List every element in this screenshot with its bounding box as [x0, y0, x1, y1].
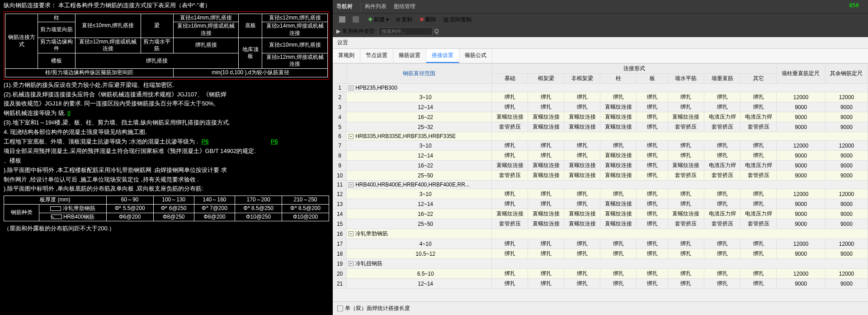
lenb-cell[interactable]: 9000	[825, 151, 868, 161]
lena-cell[interactable]: 9000	[777, 122, 826, 132]
connect-cell[interactable]: 绑扎	[741, 189, 777, 199]
tab-component-list[interactable]: 构件列表	[365, 3, 387, 10]
range-cell[interactable]: 25~32	[347, 122, 492, 132]
connect-cell[interactable]: 套管挤压	[704, 171, 740, 181]
connect-cell[interactable]: 绑扎	[637, 161, 668, 171]
connect-cell[interactable]: 绑扎	[637, 92, 668, 102]
connect-cell[interactable]: 套管挤压	[668, 219, 704, 229]
lenb-cell[interactable]: 9000	[825, 219, 868, 229]
connect-cell[interactable]: 绑扎	[704, 279, 740, 289]
connect-cell[interactable]: 电渣压力焊	[704, 112, 740, 122]
lenb-cell[interactable]: 9000	[825, 122, 868, 132]
connect-cell[interactable]: 绑扎	[492, 249, 528, 259]
connect-cell[interactable]: 绑扎	[704, 239, 740, 249]
lena-cell[interactable]: 12000	[777, 269, 826, 279]
connect-cell[interactable]: 绑扎	[528, 279, 564, 289]
connect-cell[interactable]: 绑扎	[637, 141, 668, 151]
connect-cell[interactable]: 绑扎	[637, 199, 668, 209]
lena-cell[interactable]: 9000	[777, 219, 826, 229]
connect-cell[interactable]: 直螺纹连接	[600, 102, 637, 112]
range-cell[interactable]: 6.5~10	[347, 269, 492, 279]
lena-cell[interactable]: 9000	[777, 279, 826, 289]
lenb-cell[interactable]: 9000	[825, 199, 868, 209]
connect-cell[interactable]: 绑扎	[492, 239, 528, 249]
tab-lap-set[interactable]: 搭接设置	[426, 49, 459, 63]
connect-cell[interactable]: 绑扎	[637, 209, 668, 219]
lena-cell[interactable]: 12000	[777, 189, 826, 199]
connect-cell[interactable]: 绑扎	[668, 199, 704, 209]
group-name[interactable]: −HPB235,HPB300	[347, 84, 492, 92]
connect-cell[interactable]: 绑扎	[637, 171, 668, 181]
connect-cell[interactable]: 直螺纹连接	[528, 112, 564, 122]
range-cell[interactable]: 10.5~12	[347, 249, 492, 259]
connect-cell[interactable]: 直螺纹连接	[668, 112, 704, 122]
layer-copy-button[interactable]: ▤层间复制	[441, 15, 474, 24]
connect-cell[interactable]: 绑扎	[564, 102, 600, 112]
connect-cell[interactable]: 绑扎	[637, 269, 668, 279]
connect-cell[interactable]: 绑扎	[637, 122, 668, 132]
connect-cell[interactable]: 套管挤压	[741, 122, 777, 132]
tree-toggle-icon[interactable]: −	[349, 86, 354, 91]
connect-cell[interactable]: 直螺纹连接	[564, 219, 600, 229]
connect-cell[interactable]: 直螺纹连接	[528, 122, 564, 132]
connect-cell[interactable]: 绑扎	[637, 112, 668, 122]
connect-cell[interactable]: 绑扎	[528, 199, 564, 209]
connect-cell[interactable]: 套管挤压	[492, 219, 528, 229]
connect-cell[interactable]: 绑扎	[704, 92, 740, 102]
connect-cell[interactable]: 直螺纹连接	[528, 161, 564, 171]
expand-tree-icon[interactable]: ▶	[336, 28, 340, 34]
connect-cell[interactable]: 绑扎	[668, 249, 704, 259]
connect-cell[interactable]: 绑扎	[741, 151, 777, 161]
lenb-cell[interactable]: 9000	[825, 209, 868, 219]
connect-cell[interactable]: 绑扎	[492, 141, 528, 151]
connect-cell[interactable]: 绑扎	[637, 249, 668, 259]
connect-cell[interactable]: 直螺纹连接	[600, 151, 637, 161]
range-cell[interactable]: 16~22	[347, 209, 492, 219]
connect-cell[interactable]: 绑扎	[564, 141, 600, 151]
connect-cell[interactable]: 绑扎	[600, 269, 637, 279]
connect-cell[interactable]: 绑扎	[564, 151, 600, 161]
connect-cell[interactable]: 绑扎	[528, 151, 564, 161]
connect-cell[interactable]: 绑扎	[741, 102, 777, 112]
list-icon[interactable]	[350, 15, 362, 24]
connect-cell[interactable]: 绑扎	[668, 269, 704, 279]
connect-cell[interactable]: 绑扎	[564, 249, 600, 259]
connect-cell[interactable]: 绑扎	[564, 92, 600, 102]
lena-cell[interactable]: 12000	[777, 92, 826, 102]
delete-button[interactable]: ✖删除	[417, 15, 439, 24]
range-cell[interactable]: 4~10	[347, 239, 492, 249]
connect-cell[interactable]: 绑扎	[741, 92, 777, 102]
connect-cell[interactable]: 绑扎	[492, 102, 528, 112]
connect-cell[interactable]: 直螺纹连接	[528, 171, 564, 181]
lenb-cell[interactable]: 12000	[825, 141, 868, 151]
search-filter-icon[interactable]: Q	[434, 28, 439, 34]
tab-stirrup-set[interactable]: 箍筋设置	[393, 49, 426, 63]
connect-cell[interactable]: 电渣压力焊	[704, 161, 740, 171]
connect-cell[interactable]: 绑扎	[704, 269, 740, 279]
connect-cell[interactable]: 绑扎	[668, 141, 704, 151]
connect-cell[interactable]: 直螺纹连接	[564, 209, 600, 219]
connect-cell[interactable]: 绑扎	[492, 189, 528, 199]
range-cell[interactable]: 3~10	[347, 189, 492, 199]
tree-toggle-icon[interactable]: −	[349, 261, 354, 266]
range-cell[interactable]: 3~10	[347, 92, 492, 102]
group-name[interactable]: −冷轧扭钢筋	[347, 259, 492, 269]
lena-cell[interactable]: 9000	[777, 171, 826, 181]
connect-cell[interactable]: 直螺纹连接	[528, 219, 564, 229]
connect-cell[interactable]: 绑扎	[492, 279, 528, 289]
connect-cell[interactable]: 直螺纹连接	[668, 161, 704, 171]
lena-cell[interactable]: 9000	[777, 151, 826, 161]
connect-cell[interactable]: 套管挤压	[668, 171, 704, 181]
grid-container[interactable]: 钢筋直径范围 连接形式 墙柱垂直筋定尺 其余钢筋定尺 基础框架梁非框架梁柱板墙水…	[333, 63, 868, 301]
lena-cell[interactable]: 9000	[777, 199, 826, 209]
connect-cell[interactable]: 电渣压力焊	[741, 112, 777, 122]
connect-cell[interactable]: 绑扎	[492, 151, 528, 161]
connect-cell[interactable]: 直螺纹连接	[564, 122, 600, 132]
connect-cell[interactable]: 绑扎	[528, 249, 564, 259]
group-name[interactable]: −HRB400,HRB400E,HRBF400,HRBF400E,RR...	[347, 181, 492, 189]
connect-cell[interactable]: 套管挤压	[704, 122, 740, 132]
connect-cell[interactable]: 绑扎	[741, 199, 777, 209]
lenb-cell[interactable]: 12000	[825, 189, 868, 199]
tab-node-set[interactable]: 节点设置	[360, 49, 393, 63]
lenb-cell[interactable]: 12000	[825, 239, 868, 249]
